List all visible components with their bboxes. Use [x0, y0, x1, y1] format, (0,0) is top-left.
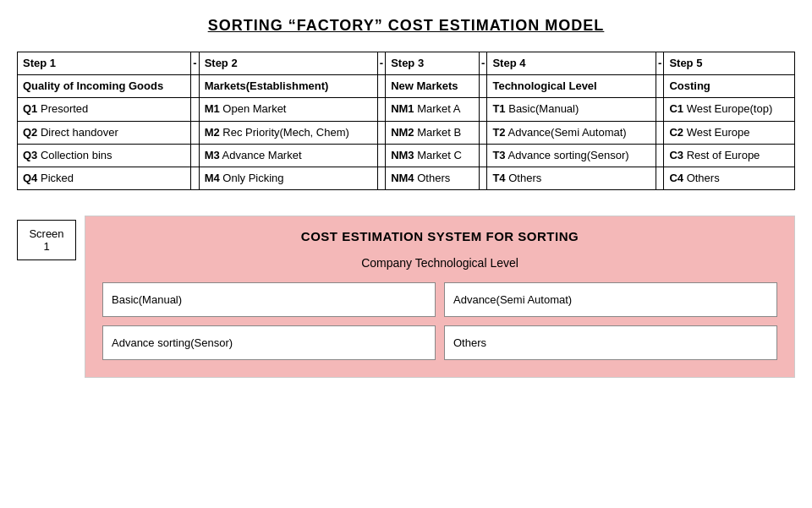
q4-cell: Q4 Picked	[18, 167, 191, 189]
category5: Costing	[664, 75, 795, 98]
option-basic-manual[interactable]: Basic(Manual)	[102, 282, 436, 317]
m1-cell: M1 Open Market	[199, 98, 377, 121]
category2: Markets(Establishment)	[199, 75, 377, 98]
nm2-cell: NM2 Market B	[386, 121, 480, 144]
step3-label: Step 3	[386, 52, 480, 75]
category4: Technological Level	[487, 75, 656, 98]
c2-cell: C2 West Europe	[664, 121, 795, 144]
q2-cell: Q2 Direct handover	[18, 121, 191, 144]
main-table: Step 1 - Step 2 - Step 3 - Step 4 - Step…	[17, 52, 795, 190]
c4-cell: C4 Others	[664, 167, 795, 189]
category3: New Markets	[386, 75, 480, 98]
q3-cell: Q3 Collection bins	[18, 144, 191, 167]
sep5	[191, 75, 199, 98]
step4-label: Step 4	[487, 52, 656, 75]
c1-cell: C1 West Europe(top)	[664, 98, 795, 121]
table-row: Q4 Picked M4 Only Picking NM4 Others T4 …	[18, 167, 795, 189]
cost-estimation-title: COST ESTIMATION SYSTEM FOR SORTING	[102, 229, 777, 243]
t3-cell: T3 Advance sorting(Sensor)	[487, 144, 656, 167]
table-row: Q3 Collection bins M3 Advance Market NM3…	[18, 144, 795, 167]
q1-cell: Q1 Presorted	[18, 98, 191, 121]
t4-cell: T4 Others	[487, 167, 656, 189]
sep8	[656, 75, 664, 98]
screen-box: Screen 1	[17, 220, 76, 260]
page-title: SORTING “FACTORY” COST ESTIMATION MODEL	[17, 17, 795, 35]
nm3-cell: NM3 Market C	[386, 144, 480, 167]
step5-label: Step 5	[664, 52, 795, 75]
sep2: -	[377, 52, 385, 75]
sep1: -	[191, 52, 199, 75]
t1-cell: T1 Basic(Manual)	[487, 98, 656, 121]
options-grid: Basic(Manual) Advance(Semi Automat) Adva…	[102, 282, 777, 360]
cost-estimation-box: COST ESTIMATION SYSTEM FOR SORTING Compa…	[85, 216, 795, 378]
t2-cell: T2 Advance(Semi Automat)	[487, 121, 656, 144]
sep6	[377, 75, 385, 98]
sep3: -	[480, 52, 487, 75]
step2-label: Step 2	[199, 52, 377, 75]
sep4: -	[656, 52, 664, 75]
table-row: Q1 Presorted M1 Open Market NM1 Market A…	[18, 98, 795, 121]
m3-cell: M3 Advance Market	[199, 144, 377, 167]
table-row: Q2 Direct handover M2 Rec Priority(Mech,…	[18, 121, 795, 144]
sep7	[480, 75, 487, 98]
m4-cell: M4 Only Picking	[199, 167, 377, 189]
nm1-cell: NM1 Market A	[386, 98, 480, 121]
m2-cell: M2 Rec Priority(Mech, Chem)	[199, 121, 377, 144]
bottom-section: Screen 1 COST ESTIMATION SYSTEM FOR SORT…	[17, 216, 795, 378]
c3-cell: C3 Rest of Europe	[664, 144, 795, 167]
nm4-cell: NM4 Others	[386, 167, 480, 189]
option-advance-sensor[interactable]: Advance sorting(Sensor)	[102, 325, 436, 360]
option-advance-semi[interactable]: Advance(Semi Automat)	[444, 282, 777, 317]
step1-label: Step 1	[18, 52, 191, 75]
tech-level-label: Company Technological Level	[102, 256, 777, 270]
table-header-steps: Step 1 - Step 2 - Step 3 - Step 4 - Step…	[18, 52, 795, 75]
category1: Quality of Incoming Goods	[18, 75, 191, 98]
table-header-categories: Quality of Incoming Goods Markets(Establ…	[18, 75, 795, 98]
option-others[interactable]: Others	[444, 325, 777, 360]
